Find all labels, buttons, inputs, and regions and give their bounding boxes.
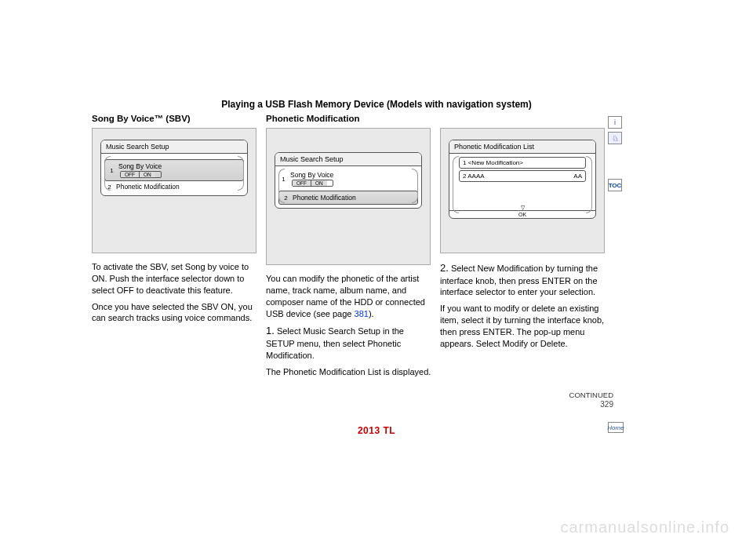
column-1: Song By Voice™ (SBV) Music Search Setup … xyxy=(92,114,260,329)
info-icon[interactable]: i xyxy=(608,116,622,129)
screen-phonetic-list: Phonetic Modification List 1 <New Modifi… xyxy=(440,128,605,253)
screen-music-search-setup-2: Music Search Setup 1 Song By Voice OFF O… xyxy=(266,128,431,265)
toggle-off[interactable]: OFF xyxy=(293,180,311,186)
home-button[interactable]: Home xyxy=(608,422,624,433)
col2-para2: The Phonetic Modification List is displa… xyxy=(266,366,435,378)
right-arc-icon xyxy=(238,156,244,191)
step1-text: Select Music Search Setup in the SETUP m… xyxy=(266,326,404,359)
footer-model: 2013 TL xyxy=(358,425,395,436)
page-number: 329 xyxy=(600,400,613,409)
car-icon[interactable]: ♘ xyxy=(608,132,622,144)
toggle-off-on[interactable]: OFF ON xyxy=(292,180,333,187)
sidebar-badges: i ♘ TOC xyxy=(608,116,624,191)
screen1-row-phonetic[interactable]: 2 Phonetic Modification xyxy=(104,181,244,192)
col1-heading: Song By Voice™ (SBV) xyxy=(92,114,260,123)
screen-music-search-setup-1: Music Search Setup 1 Song By Voice OFF O… xyxy=(92,128,256,253)
row2-label: Phonetic Modification xyxy=(293,194,356,202)
watermark: carmanualsonline.info xyxy=(560,518,729,536)
col1-para1: To activate the SBV, set Song by voice t… xyxy=(92,261,260,296)
toggle-on[interactable]: ON xyxy=(140,172,155,177)
r1-num: 1 xyxy=(463,159,466,166)
continued-label: CONTINUED xyxy=(569,391,613,399)
col2-heading: Phonetic Modification xyxy=(266,114,435,123)
r1-label: <New Modification> xyxy=(468,159,523,166)
row1-label: Song By Voice xyxy=(118,162,162,170)
right-arc-icon xyxy=(586,156,592,213)
col2-para1: You can modify the phonetic of the artis… xyxy=(266,273,435,319)
col2-step1: 1. Select Music Search Setup in the SETU… xyxy=(266,324,435,361)
col2-paragraphs: You can modify the phonetic of the artis… xyxy=(266,273,435,377)
r2-label: AAAA xyxy=(467,173,484,180)
col3-step2: 2. Select New Modification by turning th… xyxy=(440,261,609,298)
col3-para1: If you want to modify or delete an exist… xyxy=(440,303,609,349)
list-row-aaaa[interactable]: 2 AAAA AA xyxy=(459,170,586,182)
list-row-new-modification[interactable]: 1 <New Modification> xyxy=(459,157,586,169)
screen2-title: Music Search Setup xyxy=(275,153,421,166)
step2-text: Select New Modification by turning the i… xyxy=(440,264,598,296)
screen1-title: Music Search Setup xyxy=(101,140,247,154)
column-3: Phonetic Modification List 1 <New Modifi… xyxy=(440,114,609,355)
screen1-row-song-by-voice[interactable]: 1 Song By Voice OFF ON xyxy=(104,159,244,181)
left-arc-icon xyxy=(104,156,111,191)
screen3-title: Phonetic Modification List xyxy=(449,140,595,154)
ok-button[interactable]: OK xyxy=(449,210,595,218)
toggle-off-on[interactable]: OFF ON xyxy=(120,171,162,178)
col3-paragraphs: 2. Select New Modification by turning th… xyxy=(440,261,609,350)
column-2: Phonetic Modification Music Search Setup… xyxy=(266,114,435,382)
step2-number: 2. xyxy=(440,262,449,274)
col1-paragraphs: To activate the SBV, set Song by voice t… xyxy=(92,261,260,324)
screen2-row-song-by-voice[interactable]: 1 Song By Voice OFF ON xyxy=(278,169,418,188)
toc-button[interactable]: TOC xyxy=(608,179,622,191)
page-link-381[interactable]: 381 xyxy=(355,309,369,318)
step1-number: 1. xyxy=(266,325,275,336)
r2-right: AA xyxy=(573,173,582,180)
page-section-title: Playing a USB Flash Memory Device (Model… xyxy=(221,99,531,110)
left-arc-icon xyxy=(278,169,285,203)
row2-label: Phonetic Modification xyxy=(116,183,180,191)
right-arc-icon xyxy=(412,169,418,203)
screen2-row-phonetic[interactable]: 2 Phonetic Modification xyxy=(278,191,418,205)
toggle-off[interactable]: OFF xyxy=(121,172,140,177)
col2-para1-text: You can modify the phonetic of the artis… xyxy=(266,274,425,318)
r2-num: 2 xyxy=(463,173,466,180)
toggle-on[interactable]: ON xyxy=(311,180,327,186)
col2-para1-tail: ). xyxy=(369,309,374,318)
row1-label: Song By Voice xyxy=(290,171,333,179)
left-arc-icon xyxy=(453,156,459,213)
col1-para2: Once you have selected the SBV ON, you c… xyxy=(92,301,260,325)
